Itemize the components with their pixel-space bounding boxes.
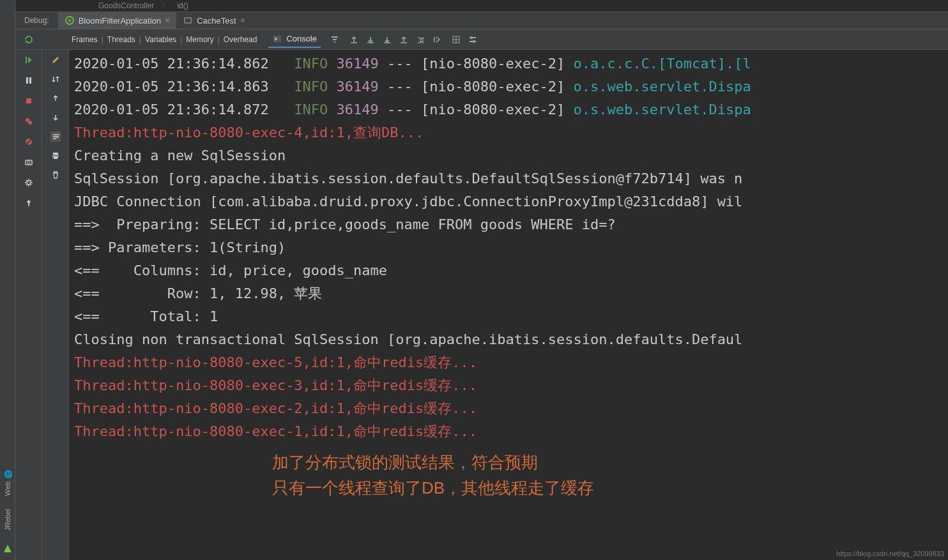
svg-point-8 xyxy=(473,40,475,43)
debug-label: Debug: xyxy=(15,16,58,25)
print-icon[interactable] xyxy=(50,151,61,161)
console-output[interactable]: 2020-01-05 21:36:14.862 INFO 36149 --- [… xyxy=(69,50,948,560)
jrebel-icon[interactable] xyxy=(3,543,13,554)
up-arrow-icon[interactable] xyxy=(50,93,61,103)
svg-point-2 xyxy=(68,19,71,22)
watermark: https://blog.csdn.net/qq_32099833 xyxy=(836,550,944,557)
tab-console[interactable]: Console xyxy=(268,31,321,48)
spring-boot-icon xyxy=(65,15,75,26)
gear-icon[interactable] xyxy=(24,178,34,188)
console-tab-label: Console xyxy=(286,34,317,43)
tab-frames[interactable]: Frames xyxy=(72,35,98,44)
run-tab-bloomfilter[interactable]: BloomFilterApplication × xyxy=(58,12,177,29)
svg-marker-0 xyxy=(4,545,11,552)
tab-memory[interactable]: Memory xyxy=(186,35,213,44)
svg-rect-12 xyxy=(29,77,31,84)
pin-icon[interactable] xyxy=(24,198,34,208)
sort-icon[interactable] xyxy=(50,74,61,84)
settings-toggle-icon[interactable] xyxy=(468,34,478,45)
edit-icon[interactable] xyxy=(50,55,61,65)
breadcrumb-sep: 〉 xyxy=(162,1,169,11)
pause-icon[interactable] xyxy=(24,75,34,86)
console-action-icons xyxy=(330,34,478,45)
camera-icon[interactable] xyxy=(24,157,34,167)
filter-icon[interactable] xyxy=(330,34,340,45)
rail-web[interactable]: Web 🌐 xyxy=(3,471,11,496)
download-icon[interactable] xyxy=(382,34,392,45)
grid-icon[interactable] xyxy=(451,34,461,45)
step-icon[interactable] xyxy=(415,34,425,45)
debug-view-tabs: Frames| Threads| Variables| Memory| Over… xyxy=(69,35,257,44)
svg-rect-11 xyxy=(26,77,28,84)
debug-side-toolbar xyxy=(15,50,42,560)
tab-threads[interactable]: Threads xyxy=(107,35,135,44)
test-icon xyxy=(183,15,193,26)
mute-breakpoints-icon[interactable] xyxy=(24,137,34,147)
download-icon[interactable] xyxy=(365,34,376,45)
svg-point-7 xyxy=(470,36,473,39)
resume-icon[interactable] xyxy=(24,55,34,65)
debug-tab-bar: Debug: BloomFilterApplication × CacheTes… xyxy=(15,11,948,29)
step-icon[interactable] xyxy=(432,34,442,45)
svg-rect-9 xyxy=(26,57,27,63)
svg-marker-10 xyxy=(28,57,32,63)
svg-rect-20 xyxy=(53,153,58,155)
svg-rect-3 xyxy=(185,18,191,23)
run-tab-label: BloomFilterApplication xyxy=(79,16,161,26)
svg-point-18 xyxy=(27,162,30,164)
close-icon[interactable]: × xyxy=(240,15,245,26)
export-up-icon[interactable] xyxy=(349,34,359,45)
console-icon xyxy=(272,34,282,44)
down-arrow-icon[interactable] xyxy=(50,112,61,123)
rerun-icon[interactable] xyxy=(24,34,34,45)
run-tab-cachetest[interactable]: CacheTest × xyxy=(176,12,252,29)
run-tab-label: CacheTest xyxy=(197,16,236,26)
stop-icon[interactable] xyxy=(24,96,34,106)
svg-rect-22 xyxy=(54,156,57,159)
tab-overhead[interactable]: Overhead xyxy=(224,35,257,44)
svg-point-19 xyxy=(27,181,31,185)
close-icon[interactable]: × xyxy=(165,15,170,26)
breadcrumb: GoodsController 〉 id() xyxy=(15,0,948,11)
breakpoints-icon[interactable] xyxy=(24,116,34,126)
svg-point-15 xyxy=(28,121,32,125)
breadcrumb-item[interactable]: id() xyxy=(177,1,188,10)
tab-variables[interactable]: Variables xyxy=(145,35,176,44)
upload-icon[interactable] xyxy=(399,34,409,45)
debug-toolbar: Frames| Threads| Variables| Memory| Over… xyxy=(15,29,948,50)
left-tool-rail: Web 🌐 JRebel xyxy=(0,0,15,560)
wrap-icon[interactable] xyxy=(50,132,61,142)
console-side-toolbar xyxy=(42,50,69,560)
trash-icon[interactable] xyxy=(50,170,61,180)
rail-jrebel[interactable]: JRebel xyxy=(4,509,11,531)
svg-rect-13 xyxy=(26,98,31,103)
breadcrumb-item[interactable]: GoodsController xyxy=(98,1,154,10)
